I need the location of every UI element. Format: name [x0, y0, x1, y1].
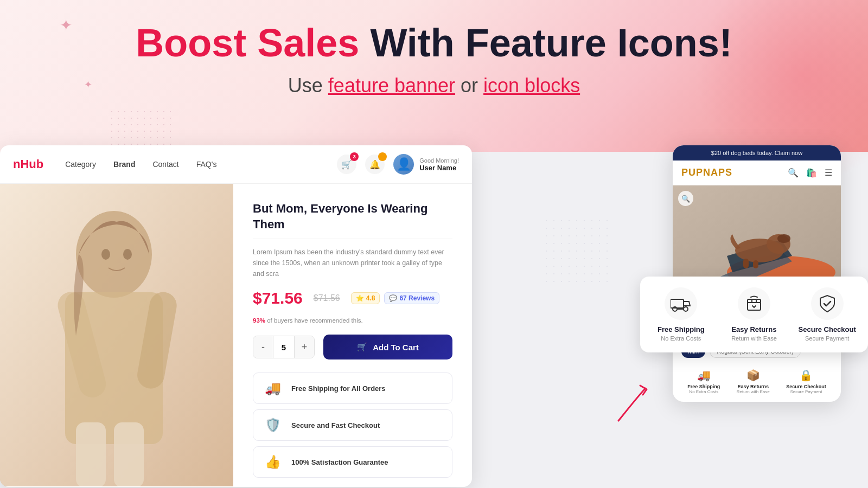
mockup-mobile: $20 off dog beds today. Claim now PUPNAP…	[673, 145, 841, 402]
product-title: But Mom, Everyone Is Wearing Them	[253, 201, 452, 232]
guarantee-icon: 👍	[263, 454, 283, 470]
qty-row: - 5 + 🛒 Add To Cart	[253, 335, 452, 359]
feature-item-guarantee: 👍 100% Satisfaction Guarantee	[253, 446, 452, 478]
person-svg	[0, 184, 233, 486]
bell-icon-wrap[interactable]: 🔔	[365, 155, 385, 174]
mobile-feat-shipping-sub: No Extra Costs	[689, 389, 718, 394]
nav-link-contact[interactable]: Contact	[152, 160, 178, 169]
shipping-icon: 🚚	[263, 381, 283, 396]
mobile-menu-icon[interactable]: ☰	[825, 168, 832, 178]
truck-icon-svg	[671, 295, 691, 312]
add-to-cart-button[interactable]: 🛒 Add To Cart	[323, 335, 452, 359]
nav-link-category[interactable]: Category	[65, 160, 96, 169]
mobile-feat-returns: 📦 Easy Returns Return with Ease	[737, 369, 770, 394]
feat-shipping-subtitle: No Extra Costs	[661, 335, 701, 342]
feat-returns-title: Easy Returns	[731, 325, 776, 333]
cart-icon-wrap[interactable]: 🛒 3	[337, 155, 356, 174]
nav-links: Category Brand Contact FAQ's	[65, 160, 315, 169]
product-image-person	[0, 184, 233, 486]
user-avatar: 👤	[393, 154, 414, 175]
mobile-nav: PUPNAPS 🔍 🛍️ ☰	[673, 160, 841, 185]
feat-col-shipping: Free Shipping No Extra Costs	[650, 287, 712, 342]
deco-dots-right	[542, 217, 608, 282]
feature-checkout-text: Secure and Fast Checkout	[291, 421, 380, 429]
icon-blocks-link[interactable]: icon blocks	[483, 74, 580, 97]
product-area: But Mom, Everyone Is Wearing Them Lorem …	[0, 184, 472, 486]
product-details: But Mom, Everyone Is Wearing Them Lorem …	[233, 184, 472, 486]
mobile-feat-secure-title: Secure Checkout	[786, 384, 826, 389]
shield-check-icon-svg	[818, 294, 837, 313]
subtitle: Use feature banner or icon blocks	[0, 74, 868, 97]
header-section: Boost Sales With Feature Icons! Use feat…	[0, 22, 868, 97]
user-name: User Name	[419, 164, 459, 172]
reviews-badge[interactable]: 💬 67 Reviews	[384, 292, 439, 304]
product-desc: Lorem Ipsum has been the industry's stan…	[253, 247, 452, 279]
star-icon: ⭐	[356, 294, 364, 302]
box-icon-svg	[744, 294, 764, 313]
qty-value: 5	[273, 336, 295, 358]
mobile-secure-icon: 🔒	[799, 369, 813, 382]
mockup-desktop: nHub Category Brand Contact FAQ's 🛒 3 🔔 …	[0, 145, 472, 487]
mobile-feat-returns-sub: Return with Ease	[737, 389, 770, 394]
cart-icon: 🛒	[341, 159, 352, 170]
qty-increase[interactable]: +	[295, 336, 314, 358]
nav-right: 🛒 3 🔔 👤 Good Morning! User Name	[337, 154, 459, 175]
rating-badge: ⭐ 4.8	[351, 292, 380, 304]
reviews-count: 67 Reviews	[399, 294, 435, 302]
svg-point-7	[101, 249, 110, 260]
nav-bar: nHub Category Brand Contact FAQ's 🛒 3 🔔 …	[0, 145, 472, 184]
svg-point-8	[123, 249, 132, 260]
mobile-promo-bar: $20 off dog beds today. Claim now	[673, 145, 841, 160]
feat-shipping-icon-circle	[665, 287, 697, 320]
title-dark: With Feature Icons!	[370, 21, 732, 65]
svg-point-20	[684, 307, 688, 311]
chat-icon: 💬	[389, 294, 397, 302]
feat-returns-icon-circle	[738, 287, 770, 320]
feat-secure-subtitle: Secure Payment	[805, 335, 849, 342]
mobile-feat-shipping: 🚚 Free Shipping No Extra Costs	[687, 369, 720, 394]
add-to-cart-label: Add To Cart	[373, 343, 419, 352]
title-red: Boost Sales	[136, 21, 359, 65]
svg-rect-18	[671, 299, 684, 308]
feature-item-shipping: 🚚 Free Shipping for All Orders	[253, 373, 452, 404]
feat-shipping-title: Free Shipping	[658, 325, 705, 333]
svg-point-15	[777, 234, 790, 243]
qty-control: - 5 +	[253, 336, 315, 358]
svg-rect-22	[748, 299, 761, 310]
mobile-feat-returns-title: Easy Returns	[737, 384, 769, 389]
bell-badge	[378, 152, 387, 161]
qty-decrease[interactable]: -	[253, 336, 273, 358]
mobile-feat-secure: 🔒 Secure Checkout Secure Payment	[786, 369, 826, 394]
mobile-feat-secure-sub: Secure Payment	[790, 389, 822, 394]
main-title: Boost Sales With Feature Icons!	[0, 22, 868, 65]
nav-link-faqs[interactable]: FAQ's	[196, 160, 217, 169]
price-row: $71.56 $71.56 ⭐ 4.8 💬 67 Reviews	[253, 289, 452, 307]
user-info: Good Morning! User Name	[419, 157, 459, 172]
rating-value: 4.8	[366, 294, 375, 302]
mobile-returns-icon: 📦	[746, 369, 760, 382]
feat-returns-subtitle: Return with Ease	[731, 335, 777, 342]
bell-icon: 🔔	[369, 159, 380, 170]
feature-guarantee-text: 100% Satisfaction Guarantee	[291, 458, 388, 466]
mobile-bag-icon[interactable]: 🛍️	[806, 168, 817, 178]
nav-link-brand[interactable]: Brand	[113, 160, 135, 169]
feat-secure-icon-circle	[811, 287, 844, 320]
mobile-feat-shipping-title: Free Shipping	[687, 384, 720, 389]
rating-wrap: ⭐ 4.8 💬 67 Reviews	[351, 292, 439, 304]
user-greeting: Good Morning!	[419, 157, 459, 164]
nav-user: 👤 Good Morning! User Name	[393, 154, 459, 175]
svg-rect-17	[753, 260, 758, 268]
price-original: $71.56	[314, 293, 340, 303]
nav-logo: nHub	[13, 157, 43, 171]
svg-rect-5	[76, 422, 106, 486]
zoom-button[interactable]: 🔍	[678, 191, 693, 206]
mobile-nav-icons: 🔍 🛍️ ☰	[788, 168, 832, 178]
svg-rect-6	[114, 422, 144, 486]
feature-block: Free Shipping No Extra Costs Easy Return…	[640, 277, 868, 352]
mobile-feat-row: 🚚 Free Shipping No Extra Costs 📦 Easy Re…	[673, 363, 841, 402]
feature-banner-link[interactable]: feature banner	[328, 74, 455, 97]
checkout-icon: 🛡️	[263, 418, 283, 433]
mobile-search-icon[interactable]: 🔍	[788, 168, 799, 178]
product-image	[0, 184, 233, 486]
recommend-text: 93% of buyers have recommended this.	[253, 317, 452, 324]
